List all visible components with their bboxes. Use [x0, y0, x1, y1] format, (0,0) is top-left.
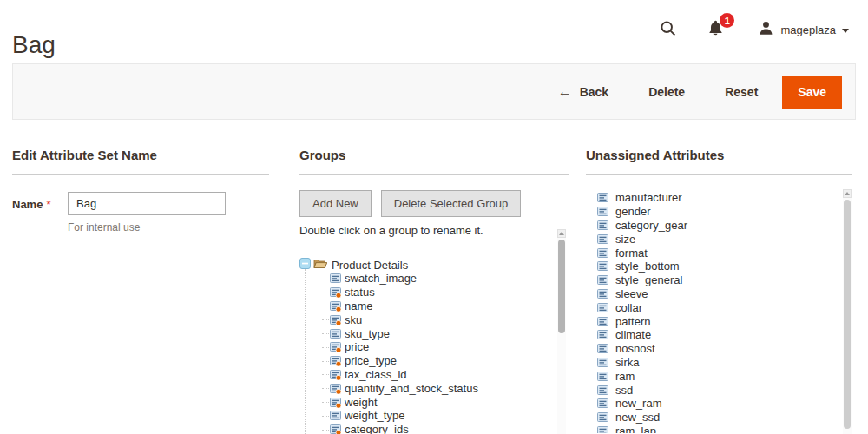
tree-attribute-item[interactable]: weight	[317, 395, 569, 409]
unassigned-attribute-item[interactable]: style_bottom	[597, 260, 852, 273]
groups-tree: Product Details swatch_image	[299, 258, 569, 434]
attribute-label: size	[615, 233, 635, 246]
attribute-label: quantity_and_stock_status	[345, 382, 478, 395]
tree-attribute-item[interactable]: quantity_and_stock_status	[317, 381, 569, 395]
unassigned-attribute-item[interactable]: ram	[597, 369, 852, 383]
tree-attribute-item[interactable]: sku_type	[317, 326, 569, 340]
tree-root-product-details[interactable]: Product Details	[299, 258, 569, 272]
tree-attribute-item[interactable]: category_ids	[317, 423, 569, 434]
groups-scrollbar-thumb[interactable]	[558, 240, 565, 333]
delete-button-label: Delete	[648, 85, 685, 99]
page-header: Bag 1	[0, 0, 868, 63]
attribute-label: style_bottom	[615, 260, 680, 273]
attribute-icon	[330, 355, 341, 366]
attribute-label: nosnost	[615, 342, 655, 355]
attribute-icon	[597, 385, 608, 396]
attribute-label: style_general	[615, 273, 682, 286]
attribute-label: sku_type	[345, 327, 390, 340]
unassigned-attribute-item[interactable]: size	[597, 232, 852, 246]
attribute-label: ssd	[615, 384, 633, 397]
attribute-label: category_ids	[345, 423, 409, 434]
back-button-label: Back	[580, 85, 608, 99]
tree-attribute-item[interactable]: weight_type	[317, 409, 569, 423]
user-icon	[758, 20, 774, 39]
attribute-label: price_type	[345, 354, 397, 367]
delete-selected-group-button[interactable]: Delete Selected Group	[381, 190, 522, 217]
delete-button[interactable]: Delete	[648, 85, 685, 99]
groups-section: Groups Add New Delete Selected Group Dou…	[299, 148, 569, 434]
attribute-icon	[597, 411, 608, 423]
attribute-icon	[330, 314, 341, 326]
edit-set-heading: Edit Attribute Set Name	[12, 148, 269, 175]
reset-button[interactable]: Reset	[725, 85, 758, 99]
attribute-icon	[597, 233, 608, 245]
attribute-label: collar	[615, 301, 642, 314]
unassigned-attribute-item[interactable]: ram_lap	[597, 424, 852, 433]
unassigned-attribute-item[interactable]: collar	[597, 300, 852, 314]
tree-attribute-item[interactable]: status	[317, 286, 569, 299]
unassigned-scrollbar[interactable]	[843, 189, 852, 434]
name-form-row: Name* For internal use	[12, 192, 269, 233]
unassigned-attribute-item[interactable]: nosnost	[597, 342, 852, 356]
tree-attribute-item[interactable]: name	[317, 299, 569, 313]
unassigned-attribute-item[interactable]: format	[597, 246, 852, 260]
search-button[interactable]	[659, 19, 677, 40]
unassigned-attribute-item[interactable]: sirka	[597, 356, 852, 370]
search-icon	[659, 19, 677, 40]
attribute-icon	[330, 328, 341, 339]
attribute-icon	[597, 425, 608, 433]
name-field-note: For internal use	[68, 221, 226, 233]
unassigned-attribute-item[interactable]: pattern	[597, 314, 852, 328]
attribute-label: new_ram	[615, 397, 661, 410]
reset-button-label: Reset	[725, 85, 758, 99]
tree-attribute-item[interactable]: tax_class_id	[317, 368, 569, 382]
tree-attribute-item[interactable]: swatch_image	[317, 272, 569, 286]
groups-scrollbar[interactable]	[557, 229, 566, 434]
attribute-set-name-input[interactable]	[68, 192, 226, 215]
unassigned-attribute-item[interactable]: new_ram	[597, 397, 852, 411]
attribute-label: weight	[345, 396, 378, 409]
save-button[interactable]: Save	[782, 76, 842, 108]
unassigned-attribute-item[interactable]: sleeve	[597, 287, 852, 301]
back-arrow-icon: ←	[558, 85, 572, 99]
tree-children: swatch_image status	[299, 272, 569, 434]
edit-attribute-set-section: Edit Attribute Set Name Name* For intern…	[12, 148, 269, 233]
unassigned-attribute-item[interactable]: new_ssd	[597, 411, 852, 424]
attribute-icon	[330, 383, 341, 394]
scroll-up-icon	[559, 232, 564, 235]
unassigned-attribute-item[interactable]: climate	[597, 328, 852, 342]
groups-scroll-up-button[interactable]	[557, 229, 566, 238]
attribute-label: swatch_image	[345, 272, 417, 285]
header-actions: 1 mageplaza	[659, 19, 849, 40]
unassigned-scroll-up-button[interactable]	[843, 189, 852, 198]
attribute-icon	[597, 357, 608, 368]
add-new-group-button[interactable]: Add New	[299, 190, 372, 217]
user-name: mageplaza	[780, 23, 836, 36]
groups-heading: Groups	[299, 148, 569, 175]
unassigned-attribute-item[interactable]: ssd	[597, 383, 852, 397]
attribute-icon	[597, 398, 608, 409]
unassigned-attribute-item[interactable]: gender	[597, 205, 852, 219]
attribute-label: format	[615, 247, 648, 260]
unassigned-scrollbar-thumb[interactable]	[844, 200, 851, 429]
tree-attribute-item[interactable]: sku	[317, 312, 569, 326]
unassigned-attribute-item[interactable]: manufacturer	[597, 191, 852, 205]
attribute-label: sku	[345, 313, 362, 326]
scroll-up-icon	[845, 192, 850, 195]
tree-attribute-item[interactable]: price	[317, 340, 569, 354]
user-menu[interactable]: mageplaza	[758, 20, 849, 39]
attribute-icon	[597, 316, 608, 327]
back-button[interactable]: ← Back	[558, 85, 608, 99]
notifications-button[interactable]: 1	[707, 19, 725, 40]
attribute-label: manufacturer	[615, 191, 682, 204]
unassigned-attributes-section: Unassigned Attributes manufacturer	[586, 148, 852, 434]
tree-attribute-item[interactable]: price_type	[317, 354, 569, 368]
attribute-label: name	[345, 299, 373, 312]
groups-hint-text: Double click on a group to rename it.	[299, 224, 569, 237]
unassigned-attribute-item[interactable]: style_general	[597, 273, 852, 287]
attribute-icon	[330, 341, 341, 352]
attribute-icon	[597, 329, 608, 340]
unassigned-attribute-item[interactable]: category_gear	[597, 219, 852, 233]
groups-button-row: Add New Delete Selected Group	[299, 190, 569, 217]
attribute-icon	[597, 192, 608, 203]
